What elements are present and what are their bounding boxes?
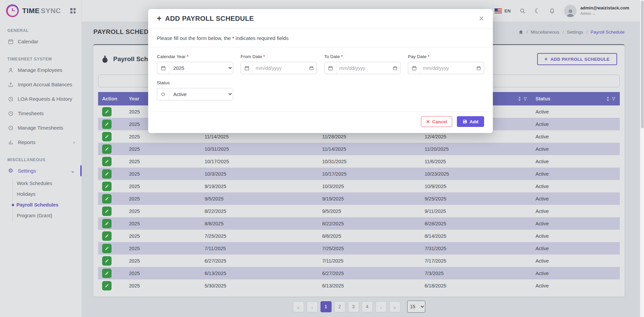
field-label: From Date *	[241, 54, 317, 59]
to-date-field: To Date *	[324, 54, 400, 74]
pay-date-field: Pay Date *	[408, 54, 484, 74]
modal-footer: ✕ Cancel Add	[148, 111, 493, 133]
status-select[interactable]: Active	[169, 88, 233, 100]
add-button[interactable]: Add	[457, 116, 484, 127]
status-field: Status Active	[157, 80, 233, 100]
calendar-icon	[241, 62, 253, 74]
cancel-button[interactable]: ✕ Cancel	[421, 116, 452, 127]
scrollbar-thumb[interactable]	[641, 1, 644, 128]
modal-description: Please fill out the form below, the * in…	[157, 35, 484, 41]
power-icon	[157, 88, 169, 100]
vertical-scrollbar	[640, 0, 644, 317]
field-label: Status	[157, 80, 233, 85]
form-row-status: Status Active	[157, 80, 484, 100]
field-label: To Date *	[324, 54, 400, 59]
calendar-icon	[408, 62, 420, 74]
field-label: Calendar Year *	[157, 54, 233, 59]
modal-header: + ADD PAYROLL SCHEDULE ✕	[148, 9, 493, 29]
plus-icon: +	[157, 15, 161, 22]
calendar-year-field: Calendar Year * 2025	[157, 54, 233, 74]
add-payroll-schedule-modal: + ADD PAYROLL SCHEDULE ✕ Please fill out…	[148, 9, 493, 133]
calendar-icon	[325, 62, 337, 74]
modal-body: Please fill out the form below, the * in…	[148, 29, 493, 103]
modal-title: ADD PAYROLL SCHEDULE	[165, 15, 254, 22]
datepicker-icon[interactable]	[474, 66, 484, 71]
calendar-icon	[157, 62, 169, 74]
calendar-year-select[interactable]: 2025	[169, 62, 233, 74]
to-date-input[interactable]	[337, 62, 390, 74]
from-date-field: From Date *	[241, 54, 317, 74]
datepicker-icon[interactable]	[306, 66, 316, 71]
close-icon[interactable]: ✕	[479, 15, 484, 22]
field-label: Pay Date *	[408, 54, 484, 59]
pay-date-input[interactable]	[420, 62, 474, 74]
x-icon: ✕	[426, 119, 430, 124]
form-row-dates: Calendar Year * 2025 From Date *	[157, 54, 484, 74]
datepicker-icon[interactable]	[390, 66, 400, 71]
from-date-input[interactable]	[253, 62, 306, 74]
save-icon	[463, 119, 467, 124]
divider	[148, 47, 493, 47]
